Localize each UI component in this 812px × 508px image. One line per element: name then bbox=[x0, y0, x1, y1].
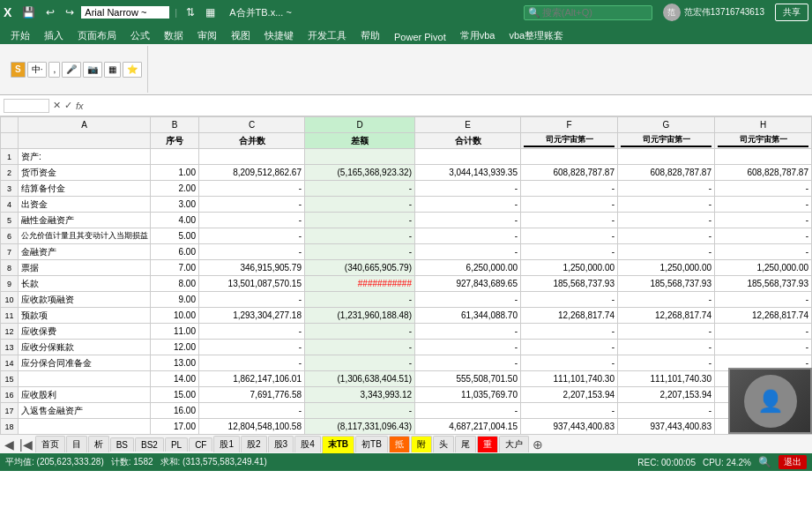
col-header-A[interactable]: A bbox=[19, 117, 151, 133]
spreadsheet-table: A B C D E F G H I 序号 合并数 差额 合计数 bbox=[0, 116, 812, 434]
sheet-tab-xi[interactable]: 析 bbox=[88, 436, 109, 452]
ribbon-btn-s[interactable]: S bbox=[11, 62, 26, 78]
exit-button[interactable]: 退出 bbox=[778, 455, 807, 469]
sheet-tab-bs[interactable]: BS bbox=[110, 437, 134, 452]
cancel-icon[interactable]: ✕ bbox=[53, 100, 61, 111]
ribbon-btn-chinese[interactable]: 中· bbox=[27, 62, 48, 78]
sheet-tab-cf[interactable]: CF bbox=[189, 437, 212, 452]
col-header-B[interactable]: B bbox=[151, 117, 199, 133]
col-a-header bbox=[19, 133, 151, 149]
table-row: 4 出资金 3.00 - - - - - - bbox=[1, 197, 813, 213]
tab-vba[interactable]: 常用vba bbox=[453, 27, 503, 44]
col-h-header: 司元宇宙第一 读入期末报表 bbox=[715, 133, 812, 149]
user-info: 范 范宏伟13716743613 bbox=[663, 4, 764, 21]
user-name: 范宏伟13716743613 bbox=[684, 6, 764, 19]
status-average: 平均值: (205,623,333.28) bbox=[5, 456, 104, 468]
tab-nav-first[interactable]: |◀ bbox=[17, 437, 35, 452]
tab-shortcuts[interactable]: 快捷键 bbox=[257, 27, 301, 44]
sheet-tab-wei[interactable]: 尾 bbox=[455, 436, 476, 452]
tab-help[interactable]: 帮助 bbox=[354, 27, 387, 44]
icon-btn-undo[interactable]: ↩ bbox=[42, 4, 58, 20]
status-zoom-icon: 🔍 bbox=[758, 456, 771, 468]
ribbon-btn-grid2[interactable]: ▦ bbox=[104, 62, 121, 78]
tab-bar: ◀ |◀ 首页 目 析 BS BS2 PL CF 股1 股2 股3 股4 末TB… bbox=[0, 434, 812, 453]
sheet-tab-mu[interactable]: 目 bbox=[66, 436, 87, 452]
col-header-H[interactable]: H bbox=[715, 117, 812, 133]
table-row: 17 入返售金融资产 16.00 - - - - - - bbox=[1, 403, 813, 419]
tab-nav-prev[interactable]: ◀ bbox=[2, 437, 17, 452]
formula-input[interactable] bbox=[87, 100, 808, 112]
sheet-tab-gu2[interactable]: 股2 bbox=[241, 436, 267, 452]
tab-powerpivot[interactable]: Power Pivot bbox=[387, 30, 453, 44]
tab-vba-accounts[interactable]: vba整理账套 bbox=[502, 27, 570, 44]
formula-bar: ✕ ✓ fx bbox=[0, 95, 812, 116]
sheet-tab-di[interactable]: 抵 bbox=[389, 436, 410, 452]
row-header-hdr bbox=[1, 133, 19, 149]
sheet-tab-bs2[interactable]: BS2 bbox=[135, 437, 164, 452]
tab-dev[interactable]: 开发工具 bbox=[301, 27, 354, 44]
tab-data[interactable]: 数据 bbox=[157, 27, 190, 44]
status-sum: 求和: (313,575,583,249.41) bbox=[160, 456, 267, 468]
sheet-tab-fu[interactable]: 附 bbox=[411, 436, 432, 452]
tab-insert[interactable]: 插入 bbox=[37, 27, 71, 44]
search-input[interactable] bbox=[542, 7, 648, 18]
table-row: 11 预款项 10.00 1,293,304,277.18 (1,231,960… bbox=[1, 308, 813, 324]
ribbon-btn-cam[interactable]: 📷 bbox=[83, 62, 102, 78]
sheet-tab-gu3[interactable]: 股3 bbox=[268, 436, 294, 452]
ribbon-btn-mic[interactable]: 🎤 bbox=[62, 62, 81, 78]
filename: A合并TB.x... ~ bbox=[229, 6, 292, 19]
confirm-icon[interactable]: ✓ bbox=[64, 100, 72, 111]
sheet-tab-gu4[interactable]: 股4 bbox=[294, 436, 321, 452]
tab-review[interactable]: 审阅 bbox=[190, 27, 224, 44]
col-g-header: 司元宇宙第一 bbox=[618, 133, 715, 149]
sheet-tab-dahu[interactable]: 大户 bbox=[499, 436, 529, 452]
col-f-header: 司元宇宙第一 bbox=[521, 133, 618, 149]
sheet-tab-home[interactable]: 首页 bbox=[35, 436, 65, 452]
sheet-tab-zhong[interactable]: 重 bbox=[477, 436, 498, 452]
formula-icon[interactable]: fx bbox=[76, 101, 84, 111]
col-header-D[interactable]: D bbox=[305, 117, 415, 133]
share-button[interactable]: 共享 bbox=[775, 4, 808, 21]
table-row: 8 票据 7.00 346,915,905.79 (340,665,905.79… bbox=[1, 260, 813, 276]
ribbon-btn-star[interactable]: ⭐ bbox=[123, 62, 142, 78]
sheet-tab-tou[interactable]: 头 bbox=[433, 436, 454, 452]
app-logo: X bbox=[4, 5, 11, 19]
tab-formula[interactable]: 公式 bbox=[123, 27, 157, 44]
table-row: 2 货币资金 1.00 8,209,512,862.67 (5,165,368,… bbox=[1, 165, 813, 181]
table-row: 10 应收款项融资 9.00 - - - - - - bbox=[1, 292, 813, 308]
table-row: 12 应收保费 11.00 - - - - - - bbox=[1, 324, 813, 340]
tab-home[interactable]: 开始 bbox=[4, 27, 37, 44]
table-row: 6 公允价值计量且其变动计入当期损益 5.00 - - - - - - bbox=[1, 228, 813, 244]
icon-btn[interactable]: 💾 bbox=[19, 4, 39, 20]
table-row: 5 融性金融资产 4.00 - - - - - - bbox=[1, 213, 813, 228]
ribbon-content: S 中· , 🎤 📷 ▦ ⭐ bbox=[0, 44, 812, 95]
col-header-C[interactable]: C bbox=[199, 117, 305, 133]
table-row: 15 14.00 1,862,147,106.01 (1,306,638,404… bbox=[1, 371, 813, 387]
icon-sort[interactable]: ⇅ bbox=[183, 4, 198, 20]
sheet-tab-gu1[interactable]: 股1 bbox=[213, 436, 240, 452]
col-d-header: 差额 bbox=[305, 133, 415, 149]
col-header-E[interactable]: E bbox=[415, 117, 521, 133]
font-selector[interactable] bbox=[81, 6, 169, 19]
separator: | bbox=[175, 7, 177, 18]
cell-reference[interactable] bbox=[4, 99, 49, 113]
sheet-tab-initb[interactable]: 初TB bbox=[355, 436, 388, 452]
table-row: 18 17.00 12,804,548,100.58 (8,117,331,09… bbox=[1, 419, 813, 435]
col-b-header: 序号 bbox=[151, 133, 199, 149]
top-bar: X 💾 ↩ ↪ | ⇅ ▦ A合并TB.x... ~ 🔍 范 范宏伟137167… bbox=[0, 0, 812, 25]
icon-grid[interactable]: ▦ bbox=[202, 4, 219, 20]
tab-layout[interactable]: 页面布局 bbox=[71, 27, 123, 44]
col-header-G[interactable]: G bbox=[618, 117, 715, 133]
table-row: 3 结算备付金 2.00 - - - - - - bbox=[1, 181, 813, 197]
col-e-header: 合计数 bbox=[415, 133, 521, 149]
ribbon-btn-comma[interactable]: , bbox=[48, 62, 60, 78]
col-c-header: 合并数 bbox=[199, 133, 305, 149]
status-cpu: CPU: 24.2% bbox=[703, 458, 751, 467]
col-header-F[interactable]: F bbox=[521, 117, 618, 133]
tab-nav-next[interactable]: ⊕ bbox=[530, 437, 546, 452]
status-count: 计数: 1582 bbox=[111, 456, 153, 468]
sheet-tab-motb[interactable]: 末TB bbox=[322, 436, 354, 453]
icon-btn-redo[interactable]: ↪ bbox=[62, 4, 78, 20]
sheet-tab-pl[interactable]: PL bbox=[165, 437, 188, 452]
tab-view[interactable]: 视图 bbox=[224, 27, 257, 44]
